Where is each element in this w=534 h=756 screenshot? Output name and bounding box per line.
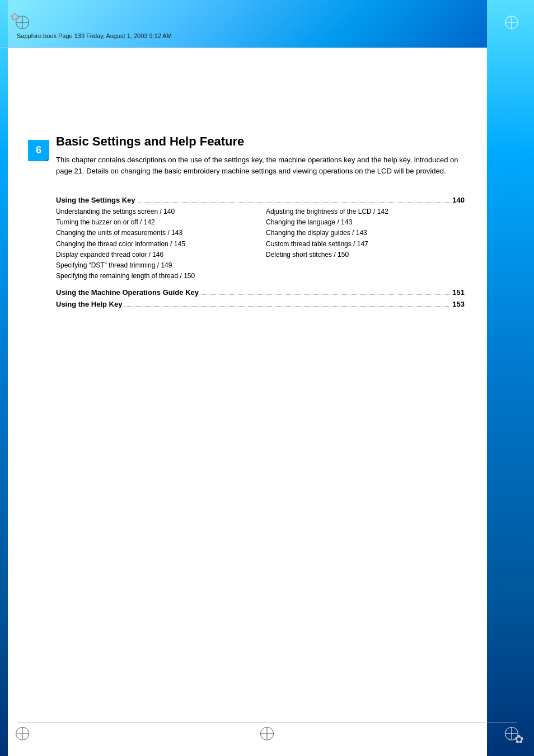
- reg-mark-bottom-left: [16, 727, 29, 740]
- page-area: [0, 0, 487, 756]
- reg-mark-top-right: [505, 16, 518, 29]
- toc-section-2: Using the Machine Operations Guide Key 1…: [56, 288, 465, 297]
- sub-entry-1-1: Understanding the settings screen / 140: [56, 206, 255, 217]
- header-bar: [0, 0, 487, 48]
- toc-section1-dots: [138, 196, 451, 203]
- toc-section3-dots: [124, 300, 450, 307]
- sub-entry-2-6: Deleting short stitches / 150: [266, 250, 465, 260]
- header-text: Sapphire.book Page 139 Friday, August 1,…: [17, 32, 172, 39]
- toc-sub-entries: Understanding the settings screen / 140 …: [56, 206, 465, 281]
- toc-section2-page: 151: [452, 288, 465, 297]
- table-of-contents: Using the Settings Key 140 Understanding…: [56, 196, 465, 308]
- page-bottom-line: [17, 722, 517, 722]
- toc-sub-col2: Adjusting the brightness of the LCD / 14…: [266, 206, 465, 281]
- chapter-title: Basic Settings and Help Feature: [56, 134, 465, 149]
- right-accent: [487, 0, 534, 756]
- sub-entry-1-4: Changing the thread color information / …: [56, 239, 255, 250]
- toc-section-1: Using the Settings Key 140 Understanding…: [56, 196, 465, 281]
- chapter-description: This chapter contains descriptions on th…: [56, 154, 465, 176]
- deco-snowflake-top-left: ✿: [10, 10, 20, 24]
- main-content: Basic Settings and Help Feature This cha…: [56, 134, 465, 312]
- chapter-badge: 6: [27, 139, 50, 165]
- sub-entry-1-3: Changing the units of measurements / 143: [56, 228, 255, 238]
- sub-entry-2-2: Changing the language / 143: [266, 217, 465, 228]
- toc-section2-label: Using the Machine Operations Guide Key: [56, 288, 199, 297]
- toc-section2-dots: [201, 288, 450, 295]
- toc-section3-label: Using the Help Key: [56, 300, 122, 308]
- reg-mark-bottom-center: [260, 727, 274, 740]
- sub-entry-1-5: Display expanded thread color / 146: [56, 250, 255, 260]
- sub-entry-2-3: Changing the display guides / 143: [266, 228, 465, 238]
- toc-section3-page: 153: [452, 300, 465, 308]
- toc-sub-col1: Understanding the settings screen / 140 …: [56, 206, 255, 281]
- sub-entry-1-7: Specifying the remaining length of threa…: [56, 271, 255, 281]
- left-accent: [0, 0, 8, 756]
- toc-section-3: Using the Help Key 153: [56, 300, 465, 308]
- deco-snowflake-bottom-right: ✿: [514, 732, 524, 746]
- toc-section1-label: Using the Settings Key: [56, 196, 135, 204]
- sub-entry-2-1: Adjusting the brightness of the LCD / 14…: [266, 206, 465, 217]
- sub-entry-2-5: Custom thread table settings / 147: [266, 239, 465, 250]
- sub-entry-1-6: Specifying “DST” thread trimming / 149: [56, 260, 255, 271]
- page-top-line: [0, 48, 487, 48]
- sub-entry-1-2: Turning the buzzer on or off / 142: [56, 217, 255, 228]
- toc-section1-page: 140: [452, 196, 465, 204]
- svg-text:6: 6: [36, 144, 41, 156]
